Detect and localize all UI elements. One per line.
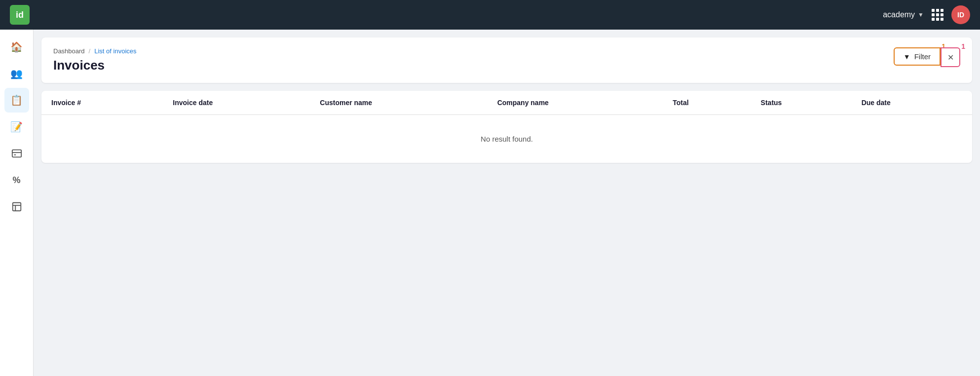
chevron-down-icon: ▼: [918, 11, 924, 18]
main-layout: 🏠 👥 📋 📝 % Dashboard / List of invoi: [0, 30, 980, 376]
filter-button[interactable]: ▼ Filter: [894, 47, 941, 66]
page-title: Invoices: [53, 58, 960, 73]
breadcrumb-separator: /: [89, 47, 91, 55]
grid-dot: [932, 18, 935, 21]
breadcrumb: Dashboard / List of invoices: [53, 47, 960, 55]
grid-dot: [941, 18, 943, 21]
breadcrumb-dashboard[interactable]: Dashboard: [53, 47, 85, 55]
grid-dot: [936, 18, 939, 21]
sidebar-item-users[interactable]: 👥: [4, 61, 29, 86]
sidebar-item-tasks[interactable]: 📝: [4, 114, 29, 139]
invoice-table-card: Invoice # Invoice date Customer name Com…: [41, 91, 972, 163]
grid-dot: [936, 13, 939, 16]
col-customer-name: Customer name: [310, 91, 487, 115]
col-invoice-number: Invoice #: [41, 91, 163, 115]
page-header-card: Dashboard / List of invoices Invoices 1 …: [41, 38, 972, 83]
sidebar-item-percent[interactable]: %: [4, 168, 29, 192]
sidebar: 🏠 👥 📋 📝 %: [0, 30, 34, 376]
filter-icon: ▼: [904, 53, 910, 61]
close-badge: 1: [961, 42, 965, 50]
col-due-date: Due date: [852, 91, 972, 115]
no-result-message: No result found.: [41, 115, 972, 163]
content-area: Dashboard / List of invoices Invoices 1 …: [34, 30, 980, 376]
sidebar-item-reports[interactable]: [4, 194, 29, 219]
sidebar-item-invoices[interactable]: 📋: [4, 88, 29, 113]
empty-state-row: No result found.: [41, 115, 972, 163]
academy-label: academy: [883, 10, 915, 19]
svg-rect-0: [12, 150, 21, 157]
col-total: Total: [663, 91, 751, 115]
navbar-left: id: [10, 5, 30, 25]
table-body: No result found.: [41, 115, 972, 163]
grid-dot: [941, 9, 943, 12]
navbar: id academy ▼ ID: [0, 0, 980, 30]
grid-dot: [932, 13, 935, 16]
user-avatar[interactable]: ID: [951, 5, 970, 24]
academy-button[interactable]: academy ▼: [883, 10, 924, 19]
filter-label: Filter: [914, 52, 931, 61]
sidebar-item-home[interactable]: 🏠: [4, 35, 29, 59]
navbar-right: academy ▼ ID: [883, 5, 970, 24]
breadcrumb-current: List of invoices: [94, 47, 136, 55]
invoice-table: Invoice # Invoice date Customer name Com…: [41, 91, 972, 163]
sidebar-item-billing[interactable]: [4, 141, 29, 166]
logo[interactable]: id: [10, 5, 30, 25]
table-header: Invoice # Invoice date Customer name Com…: [41, 91, 972, 115]
filter-badge-wrap: 1 ▼ Filter: [894, 47, 941, 66]
grid-dot: [941, 13, 943, 16]
close-button-wrap: 1 ✕: [941, 47, 960, 67]
grid-dot: [936, 9, 939, 12]
col-status: Status: [751, 91, 852, 115]
col-invoice-date: Invoice date: [163, 91, 310, 115]
grid-dot: [932, 9, 935, 12]
apps-grid-icon[interactable]: [932, 9, 943, 21]
col-company-name: Company name: [488, 91, 663, 115]
close-filter-button[interactable]: ✕: [941, 47, 960, 67]
header-actions: 1 ▼ Filter 1 ✕: [894, 47, 960, 67]
svg-rect-3: [12, 203, 21, 211]
